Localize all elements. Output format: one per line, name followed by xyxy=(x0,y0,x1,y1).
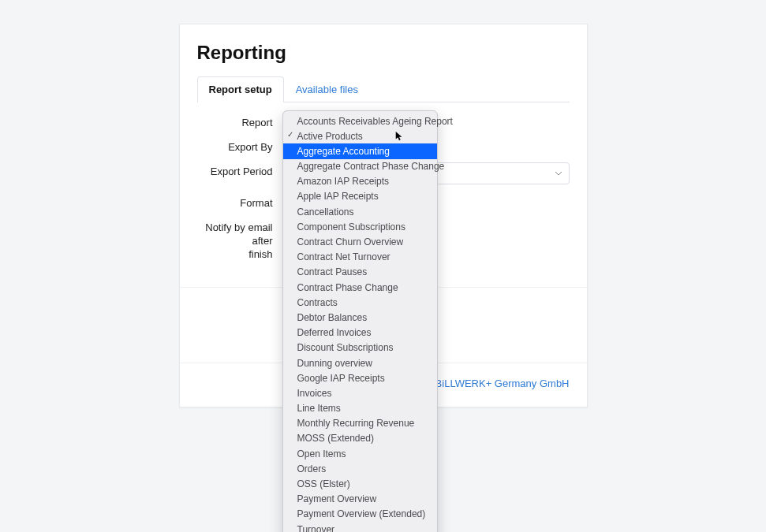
chevron-down-icon xyxy=(555,169,562,177)
dropdown-option[interactable]: Line Items xyxy=(283,401,437,416)
tab-available-files[interactable]: Available files xyxy=(284,76,370,102)
label-notify: Notify by email after finish xyxy=(197,218,282,262)
label-format: Format xyxy=(197,194,282,209)
dropdown-option[interactable]: Contracts xyxy=(283,295,437,310)
page-title: Reporting xyxy=(197,42,570,64)
dropdown-option[interactable]: Monthly Recurring Revenue xyxy=(283,416,437,431)
dropdown-option[interactable]: Apple IAP Receipts xyxy=(283,189,437,204)
reporting-card: Reporting Report setup Available files R… xyxy=(179,24,588,407)
report-dropdown[interactable]: Accounts Receivables Ageing ReportActive… xyxy=(282,110,438,532)
dropdown-option[interactable]: Deferred Invoices xyxy=(283,326,437,340)
dropdown-option[interactable]: Aggregate Contract Phase Change xyxy=(283,159,437,174)
dropdown-option[interactable]: Payment Overview xyxy=(283,492,437,507)
dropdown-option[interactable]: Discount Subscriptions xyxy=(283,340,437,355)
dropdown-option[interactable]: Component Subscriptions xyxy=(283,219,437,234)
dropdown-option[interactable]: Orders xyxy=(283,461,437,476)
dropdown-option[interactable]: Contract Pauses xyxy=(283,265,437,280)
dropdown-option[interactable]: Google IAP Receipts xyxy=(283,370,437,385)
row-report: Report Accounts Receivables Ageing Repor… xyxy=(197,113,570,128)
dropdown-option[interactable]: Contract Net Turnover xyxy=(283,250,437,265)
dropdown-option[interactable]: Accounts Receivables Ageing Report xyxy=(283,113,437,128)
report-setup-form: Report Accounts Receivables Ageing Repor… xyxy=(197,102,570,279)
label-report: Report xyxy=(197,113,282,128)
dropdown-option[interactable]: Turnover xyxy=(283,522,437,532)
dropdown-option[interactable]: Dunning overview xyxy=(283,355,437,370)
dropdown-option[interactable]: Payment Overview (Extended) xyxy=(283,507,437,522)
label-export-by: Export By xyxy=(197,138,282,153)
dropdown-option[interactable]: Debtor Balances xyxy=(283,310,437,325)
dropdown-option[interactable]: Amazon IAP Receipts xyxy=(283,174,437,189)
tabs: Report setup Available files xyxy=(197,76,570,102)
dropdown-option[interactable]: Active Products xyxy=(283,128,437,143)
dropdown-option[interactable]: OSS (Elster) xyxy=(283,477,437,492)
brand-link[interactable]: BiLLWERK+ Germany GmbH xyxy=(435,378,570,389)
dropdown-option[interactable]: Open Items xyxy=(283,446,437,461)
dropdown-option[interactable]: Contract Phase Change xyxy=(283,280,437,295)
tab-report-setup[interactable]: Report setup xyxy=(197,76,284,102)
dropdown-option[interactable]: MOSS (Extended) xyxy=(283,431,437,446)
dropdown-option[interactable]: Aggregate Accounting xyxy=(283,143,437,158)
dropdown-option[interactable]: Contract Churn Overview xyxy=(283,235,437,250)
label-export-period: Export Period xyxy=(197,162,282,177)
dropdown-option[interactable]: Cancellations xyxy=(283,204,437,219)
dropdown-option[interactable]: Invoices xyxy=(283,385,437,400)
